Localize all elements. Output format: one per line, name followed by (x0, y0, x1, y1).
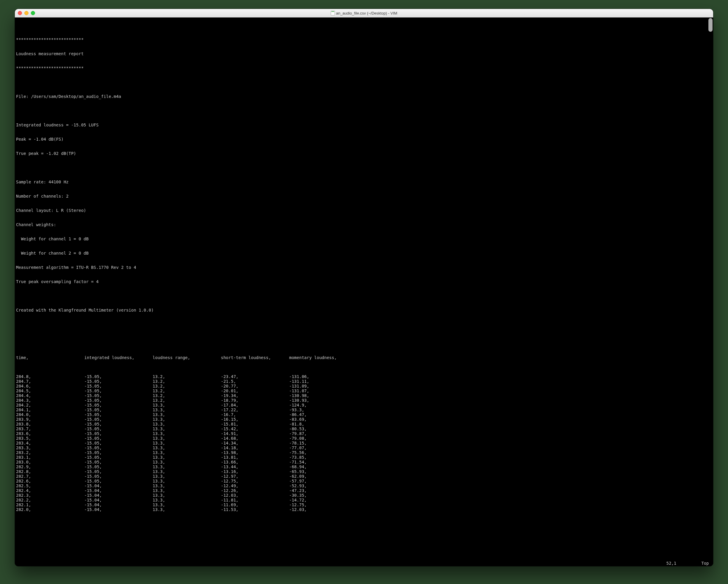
channel-weight-2: Weight for channel 2 = 0 dB (16, 251, 713, 256)
csv-cell: -17.84, (221, 403, 289, 407)
csv-cell: 282.3, (16, 493, 84, 498)
csv-row: 283.9,-15.05,13.3,-16.15,-83.69, (16, 417, 713, 422)
algorithm: Measurement algorithm = ITU-R BS.1770 Re… (16, 265, 713, 270)
csv-cell: -30.35, (289, 493, 713, 498)
csv-cell: 13.3, (153, 445, 221, 450)
csv-cell: -131.09, (289, 384, 713, 389)
col-momentary: momentary loudness, (289, 355, 713, 360)
csv-cell: -13.16, (221, 469, 289, 474)
csv-row: 283.2,-15.05,13.3,-13.98,-75.56, (16, 450, 713, 455)
csv-cell: -124.9, (289, 403, 713, 407)
csv-cell: 13.3, (153, 455, 221, 460)
blank-line (16, 322, 713, 327)
csv-cell: -15.04, (84, 488, 153, 493)
csv-cell: 13.3, (153, 441, 221, 445)
csv-cell: -57.97, (289, 479, 713, 483)
csv-cell: -15.05, (84, 379, 153, 384)
csv-cell: -47.23, (289, 488, 713, 493)
csv-cell: -16.7, (221, 412, 289, 417)
csv-cell: -15.05, (84, 412, 153, 417)
integrated-loudness: Integrated loudness = -15.05 LUFS (16, 123, 713, 127)
csv-row: 284.6,-15.05,13.2,-20.77,-131.09, (16, 384, 713, 389)
csv-cell: -15.05, (84, 464, 153, 469)
blank-line (16, 108, 713, 113)
csv-row: 283.4,-15.05,13.3,-14.34,-78.15, (16, 441, 713, 445)
csv-row: 283.8,-15.05,13.3,-15.81,-81.8, (16, 422, 713, 426)
csv-cell: -18.79, (221, 398, 289, 403)
terminal-view[interactable]: *************************** Loudness mea… (15, 18, 713, 566)
blank-line (16, 293, 713, 298)
csv-cell: 13.3, (153, 498, 221, 502)
csv-cell: 282.6, (16, 479, 84, 483)
scrollbar-thumb[interactable] (708, 18, 712, 32)
csv-cell: 13.2, (153, 398, 221, 403)
zoom-button[interactable] (31, 11, 35, 15)
csv-cell: -11.69, (221, 502, 289, 507)
csv-cell: -12.26, (221, 488, 289, 493)
csv-cell: -15.05, (84, 417, 153, 422)
csv-cell: -131.06, (289, 374, 713, 379)
csv-cell: -15.05, (84, 441, 153, 445)
minimize-button[interactable] (24, 11, 28, 15)
csv-cell: 13.3, (153, 469, 221, 474)
report-title: Loudness measurement report (16, 51, 713, 56)
csv-cell: 283.5, (16, 436, 84, 441)
file-line: File: /Users/sam/Desktop/an_audio_file.m… (16, 94, 713, 99)
csv-row: 282.2,-15.04,13.3,-11.81,-14.72, (16, 498, 713, 502)
csv-cell: 13.2, (153, 379, 221, 384)
csv-row: 284.7,-15.05,13.2,-21.5,-131.11, (16, 379, 713, 384)
csv-cell: -71.54, (289, 460, 713, 464)
csv-cell: 13.3, (153, 407, 221, 412)
csv-cell: -15.05, (84, 445, 153, 450)
csv-cell: 284.4, (16, 393, 84, 398)
col-time: time, (16, 355, 84, 360)
csv-cell: 284.6, (16, 384, 84, 389)
csv-cell: -23.47, (221, 374, 289, 379)
csv-cell: -52.93, (289, 483, 713, 488)
csv-cell: 284.0, (16, 412, 84, 417)
titlebar[interactable]: an_audio_file.csv (~/Desktop) - VIM (15, 9, 713, 18)
text-line: *************************** (16, 65, 713, 70)
csv-cell: -15.04, (84, 498, 153, 502)
csv-cell: -15.04, (84, 493, 153, 498)
csv-cell: -14.18, (221, 445, 289, 450)
csv-cell: 13.2, (153, 393, 221, 398)
csv-cell: 13.3, (153, 488, 221, 493)
csv-cell: -15.05, (84, 426, 153, 431)
csv-cell: -79.87, (289, 431, 713, 436)
csv-cell: -83.69, (289, 417, 713, 422)
csv-cell: -14.34, (221, 441, 289, 445)
csv-cell: 13.2, (153, 384, 221, 389)
close-button[interactable] (18, 11, 22, 15)
csv-row: 284.5,-15.05,13.2,-20.01,-131.07, (16, 389, 713, 393)
csv-row: 282.8,-15.05,13.3,-13.16,-65.93, (16, 469, 713, 474)
csv-cell: 13.3, (153, 426, 221, 431)
csv-cell: -15.81, (221, 422, 289, 426)
csv-row: 282.3,-15.04,13.3,-12.03,-30.35, (16, 493, 713, 498)
csv-cell: 282.4, (16, 488, 84, 493)
channel-weights-label: Channel weights: (16, 222, 713, 227)
csv-row: 283.6,-15.05,13.3,-14.91,-79.87, (16, 431, 713, 436)
csv-cell: -13.81, (221, 455, 289, 460)
csv-cell: -130.98, (289, 393, 713, 398)
csv-cell: 13.2, (153, 389, 221, 393)
csv-cell: -13.66, (221, 460, 289, 464)
csv-cell: -14.68, (221, 436, 289, 441)
csv-cell: 284.1, (16, 407, 84, 412)
csv-cell: 13.2, (153, 374, 221, 379)
file-path: /Users/sam/Desktop/an_audio_file.m4a (31, 94, 121, 99)
csv-cell: 282.0, (16, 507, 84, 512)
csv-header: time, integrated loudness, loudness rang… (16, 355, 713, 360)
csv-cell: -12.49, (221, 483, 289, 488)
csv-cell: 284.8, (16, 374, 84, 379)
csv-cell: -15.04, (84, 507, 153, 512)
csv-cell: 13.3, (153, 460, 221, 464)
csv-cell: -78.15, (289, 441, 713, 445)
csv-cell: 282.8, (16, 469, 84, 474)
csv-cell: 13.3, (153, 493, 221, 498)
sample-rate: Sample rate: 44100 Hz (16, 180, 713, 184)
csv-cell: -93.3, (289, 407, 713, 412)
csv-row: 282.1,-15.04,13.3,-11.69,-12.75, (16, 502, 713, 507)
csv-cell: 284.5, (16, 389, 84, 393)
csv-cell: -15.05, (84, 460, 153, 464)
